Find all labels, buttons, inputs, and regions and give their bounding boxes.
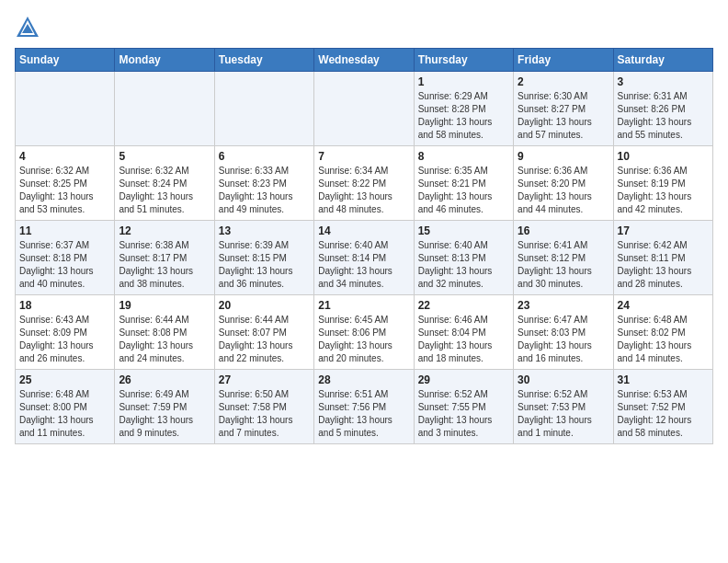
header-day-friday: Friday: [514, 49, 613, 72]
header-day-monday: Monday: [115, 49, 214, 72]
calendar-cell: 19Sunrise: 6:44 AMSunset: 8:08 PMDayligh…: [115, 295, 214, 370]
calendar-cell: 20Sunrise: 6:44 AMSunset: 8:07 PMDayligh…: [214, 295, 313, 370]
header-day-sunday: Sunday: [16, 49, 115, 72]
day-number: 19: [119, 299, 210, 312]
day-number: 12: [119, 224, 210, 237]
day-number: 27: [219, 373, 310, 386]
calendar-cell: 29Sunrise: 6:52 AMSunset: 7:55 PMDayligh…: [414, 370, 513, 444]
day-info: Sunrise: 6:34 AMSunset: 8:22 PMDaylight:…: [318, 165, 409, 216]
day-info: Sunrise: 6:40 AMSunset: 8:13 PMDaylight:…: [418, 239, 509, 291]
calendar-week-3: 11Sunrise: 6:37 AMSunset: 8:18 PMDayligh…: [16, 221, 713, 295]
header-day-wednesday: Wednesday: [314, 49, 414, 72]
calendar-cell: 2Sunrise: 6:30 AMSunset: 8:27 PMDaylight…: [514, 72, 613, 146]
calendar-cell: 25Sunrise: 6:48 AMSunset: 8:00 PMDayligh…: [16, 370, 115, 444]
calendar-cell: 6Sunrise: 6:33 AMSunset: 8:23 PMDaylight…: [214, 146, 313, 221]
day-number: 30: [518, 373, 609, 386]
calendar-cell: 15Sunrise: 6:40 AMSunset: 8:13 PMDayligh…: [414, 221, 513, 295]
logo-icon: [15, 15, 40, 40]
calendar-week-2: 4Sunrise: 6:32 AMSunset: 8:25 PMDaylight…: [16, 146, 713, 221]
day-info: Sunrise: 6:30 AMSunset: 8:27 PMDaylight:…: [518, 90, 609, 142]
day-info: Sunrise: 6:47 AMSunset: 8:03 PMDaylight:…: [518, 314, 609, 365]
header-row: SundayMondayTuesdayWednesdayThursdayFrid…: [16, 49, 713, 72]
day-number: 25: [19, 373, 110, 386]
day-info: Sunrise: 6:38 AMSunset: 8:17 PMDaylight:…: [119, 239, 210, 291]
calendar-cell: 16Sunrise: 6:41 AMSunset: 8:12 PMDayligh…: [514, 221, 613, 295]
calendar-cell: 27Sunrise: 6:50 AMSunset: 7:58 PMDayligh…: [214, 370, 313, 444]
day-number: 28: [318, 373, 409, 386]
calendar-cell: 11Sunrise: 6:37 AMSunset: 8:18 PMDayligh…: [16, 221, 115, 295]
day-number: 31: [618, 373, 709, 386]
day-number: 18: [19, 299, 110, 312]
calendar-cell: 21Sunrise: 6:45 AMSunset: 8:06 PMDayligh…: [314, 295, 414, 370]
day-info: Sunrise: 6:44 AMSunset: 8:07 PMDaylight:…: [219, 314, 310, 365]
day-info: Sunrise: 6:37 AMSunset: 8:18 PMDaylight:…: [19, 239, 110, 291]
day-info: Sunrise: 6:33 AMSunset: 8:23 PMDaylight:…: [219, 165, 310, 216]
calendar-cell: [314, 72, 414, 146]
day-info: Sunrise: 6:50 AMSunset: 7:58 PMDaylight:…: [219, 388, 310, 440]
day-number: 4: [19, 150, 110, 163]
header-day-tuesday: Tuesday: [214, 49, 313, 72]
day-info: Sunrise: 6:42 AMSunset: 8:11 PMDaylight:…: [618, 239, 709, 291]
day-number: 22: [418, 299, 509, 312]
header-day-saturday: Saturday: [613, 49, 712, 72]
day-info: Sunrise: 6:45 AMSunset: 8:06 PMDaylight:…: [318, 314, 409, 365]
day-number: 26: [119, 373, 210, 386]
day-info: Sunrise: 6:32 AMSunset: 8:24 PMDaylight:…: [119, 165, 210, 216]
day-info: Sunrise: 6:36 AMSunset: 8:20 PMDaylight:…: [518, 165, 609, 216]
day-number: 24: [618, 299, 709, 312]
day-info: Sunrise: 6:46 AMSunset: 8:04 PMDaylight:…: [418, 314, 509, 365]
day-info: Sunrise: 6:52 AMSunset: 7:55 PMDaylight:…: [418, 388, 509, 440]
calendar-cell: 22Sunrise: 6:46 AMSunset: 8:04 PMDayligh…: [414, 295, 513, 370]
day-number: 29: [418, 373, 509, 386]
calendar-cell: 14Sunrise: 6:40 AMSunset: 8:14 PMDayligh…: [314, 221, 414, 295]
calendar-cell: 23Sunrise: 6:47 AMSunset: 8:03 PMDayligh…: [514, 295, 613, 370]
day-info: Sunrise: 6:44 AMSunset: 8:08 PMDaylight:…: [119, 314, 210, 365]
calendar-header: SundayMondayTuesdayWednesdayThursdayFrid…: [16, 49, 713, 72]
day-info: Sunrise: 6:31 AMSunset: 8:26 PMDaylight:…: [618, 90, 709, 142]
page-header: [15, 15, 713, 40]
day-info: Sunrise: 6:53 AMSunset: 7:52 PMDaylight:…: [618, 388, 709, 440]
day-number: 20: [219, 299, 310, 312]
calendar-cell: [214, 72, 313, 146]
day-number: 11: [19, 224, 110, 237]
day-number: 9: [518, 150, 609, 163]
calendar-cell: 26Sunrise: 6:49 AMSunset: 7:59 PMDayligh…: [115, 370, 214, 444]
calendar-cell: 13Sunrise: 6:39 AMSunset: 8:15 PMDayligh…: [214, 221, 313, 295]
calendar-cell: 5Sunrise: 6:32 AMSunset: 8:24 PMDaylight…: [115, 146, 214, 221]
calendar-cell: 4Sunrise: 6:32 AMSunset: 8:25 PMDaylight…: [16, 146, 115, 221]
day-info: Sunrise: 6:32 AMSunset: 8:25 PMDaylight:…: [19, 165, 110, 216]
day-number: 23: [518, 299, 609, 312]
calendar-cell: 12Sunrise: 6:38 AMSunset: 8:17 PMDayligh…: [115, 221, 214, 295]
day-number: 5: [119, 150, 210, 163]
calendar-cell: [16, 72, 115, 146]
day-number: 1: [418, 75, 509, 88]
day-number: 15: [418, 224, 509, 237]
day-number: 13: [219, 224, 310, 237]
calendar-cell: 1Sunrise: 6:29 AMSunset: 8:28 PMDaylight…: [414, 72, 513, 146]
day-number: 17: [618, 224, 709, 237]
day-number: 3: [618, 75, 709, 88]
calendar-cell: 7Sunrise: 6:34 AMSunset: 8:22 PMDaylight…: [314, 146, 414, 221]
calendar-week-1: 1Sunrise: 6:29 AMSunset: 8:28 PMDaylight…: [16, 72, 713, 146]
calendar-week-5: 25Sunrise: 6:48 AMSunset: 8:00 PMDayligh…: [16, 370, 713, 444]
day-info: Sunrise: 6:41 AMSunset: 8:12 PMDaylight:…: [518, 239, 609, 291]
logo: [15, 15, 44, 40]
calendar-cell: 9Sunrise: 6:36 AMSunset: 8:20 PMDaylight…: [514, 146, 613, 221]
calendar-cell: 18Sunrise: 6:43 AMSunset: 8:09 PMDayligh…: [16, 295, 115, 370]
day-number: 7: [318, 150, 409, 163]
calendar-cell: 28Sunrise: 6:51 AMSunset: 7:56 PMDayligh…: [314, 370, 414, 444]
calendar-body: 1Sunrise: 6:29 AMSunset: 8:28 PMDaylight…: [16, 72, 713, 444]
day-number: 8: [418, 150, 509, 163]
day-number: 6: [219, 150, 310, 163]
day-number: 14: [318, 224, 409, 237]
calendar-cell: 31Sunrise: 6:53 AMSunset: 7:52 PMDayligh…: [613, 370, 712, 444]
calendar-week-4: 18Sunrise: 6:43 AMSunset: 8:09 PMDayligh…: [16, 295, 713, 370]
day-info: Sunrise: 6:36 AMSunset: 8:19 PMDaylight:…: [618, 165, 709, 216]
calendar-cell: 8Sunrise: 6:35 AMSunset: 8:21 PMDaylight…: [414, 146, 513, 221]
day-number: 2: [518, 75, 609, 88]
day-number: 16: [518, 224, 609, 237]
calendar-cell: 3Sunrise: 6:31 AMSunset: 8:26 PMDaylight…: [613, 72, 712, 146]
calendar-cell: 10Sunrise: 6:36 AMSunset: 8:19 PMDayligh…: [613, 146, 712, 221]
day-number: 21: [318, 299, 409, 312]
calendar-table: SundayMondayTuesdayWednesdayThursdayFrid…: [15, 48, 713, 444]
